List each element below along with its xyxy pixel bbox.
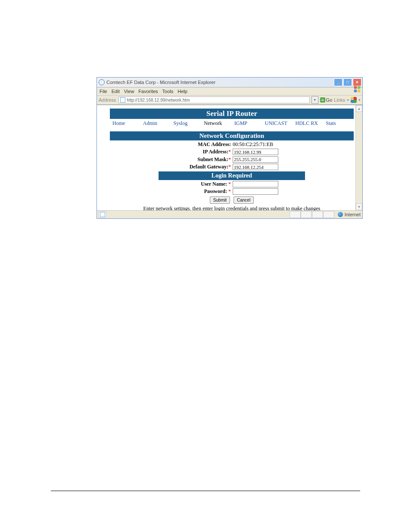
go-arrow-icon: ➔ xyxy=(320,97,325,103)
tab-unicast[interactable]: UNICAST xyxy=(262,119,293,128)
menu-favorites[interactable]: Favorites xyxy=(138,89,158,94)
address-url: http://192.168.12.99/network.htm xyxy=(127,98,190,103)
address-input[interactable]: http://192.168.12.99/network.htm xyxy=(118,96,309,103)
links-label[interactable]: Links xyxy=(334,97,345,103)
links-chevron-icon[interactable]: » xyxy=(347,98,349,102)
user-label: User Name: * xyxy=(166,181,231,187)
username-field[interactable] xyxy=(233,181,278,187)
subnet-label: Subnet Mask:* xyxy=(166,156,231,163)
submit-button[interactable]: Submit xyxy=(210,196,230,204)
address-label: Address xyxy=(99,97,117,103)
status-bar: Internet xyxy=(97,210,362,218)
scroll-up-icon[interactable]: ▲ xyxy=(356,105,362,112)
internet-zone-icon xyxy=(338,212,343,217)
section-network-config: Network Configuration xyxy=(110,131,354,140)
menu-tools[interactable]: Tools xyxy=(162,89,174,94)
ip-field[interactable] xyxy=(233,149,278,155)
tab-stats[interactable]: Stats xyxy=(323,119,354,128)
page-icon xyxy=(120,97,125,103)
mac-label: MAC Address: xyxy=(166,141,231,148)
menu-help[interactable]: Help xyxy=(177,89,187,94)
status-pane xyxy=(323,211,334,218)
gateway-label: Default Gateway:* xyxy=(166,164,231,170)
status-pane xyxy=(290,211,301,218)
menu-edit[interactable]: Edit xyxy=(112,89,120,94)
go-button[interactable]: ➔ Go xyxy=(320,97,333,103)
vertical-scrollbar[interactable]: ▲ ▼ xyxy=(355,105,362,210)
window-titlebar: Comtech EF Data Corp - Microsoft Interne… xyxy=(97,78,362,87)
security-shield-icon[interactable] xyxy=(351,97,357,103)
svg-rect-2 xyxy=(354,90,357,92)
hint-text: Enter network settings, then enter login… xyxy=(110,205,354,211)
page-title: Serial IP Router xyxy=(110,109,354,119)
maximize-button[interactable]: □ xyxy=(343,78,352,86)
gateway-field[interactable] xyxy=(233,164,278,170)
address-bar: Address http://192.168.12.99/network.htm… xyxy=(97,96,362,105)
tab-syslog[interactable]: Syslog xyxy=(171,119,202,128)
menu-view[interactable]: View xyxy=(124,89,134,94)
minimize-button[interactable]: _ xyxy=(334,78,342,86)
tab-igmp[interactable]: IGMP xyxy=(232,119,262,128)
nav-tabs: Home Admin Syslog Network IGMP UNICAST H… xyxy=(110,119,354,128)
tab-hdlcrx[interactable]: HDLC RX xyxy=(293,119,324,128)
menubar: File Edit View Favorites Tools Help xyxy=(97,87,362,96)
cancel-button[interactable]: Cancel xyxy=(234,196,254,204)
svg-rect-1 xyxy=(358,86,360,89)
tab-admin[interactable]: Admin xyxy=(140,119,171,128)
mac-value: 00:50:C2:25:71:EB xyxy=(233,141,297,148)
address-dropdown-button[interactable]: ▾ xyxy=(311,96,318,104)
window-title: Comtech EF Data Corp - Microsoft Interne… xyxy=(106,80,215,85)
subnet-field[interactable] xyxy=(233,156,278,163)
ip-label: IP Address:* xyxy=(166,149,231,155)
svg-rect-0 xyxy=(354,86,357,89)
tab-network[interactable]: Network xyxy=(201,119,232,128)
shield-dropdown-icon[interactable]: ▾ xyxy=(358,98,361,102)
page-divider xyxy=(51,491,360,491)
tab-home[interactable]: Home xyxy=(110,119,140,128)
internet-zone-label: Internet xyxy=(345,212,361,217)
status-pane xyxy=(312,211,323,218)
password-field[interactable] xyxy=(233,188,278,195)
ie-icon xyxy=(99,79,105,85)
svg-rect-3 xyxy=(358,90,360,92)
scroll-down-icon[interactable]: ▼ xyxy=(356,203,362,210)
status-page-icon xyxy=(99,211,106,218)
status-pane xyxy=(301,211,312,218)
section-login-required: Login Required xyxy=(159,171,305,180)
windows-logo-icon xyxy=(353,85,361,93)
menu-file[interactable]: File xyxy=(100,89,107,94)
password-label: Password: * xyxy=(166,188,231,195)
